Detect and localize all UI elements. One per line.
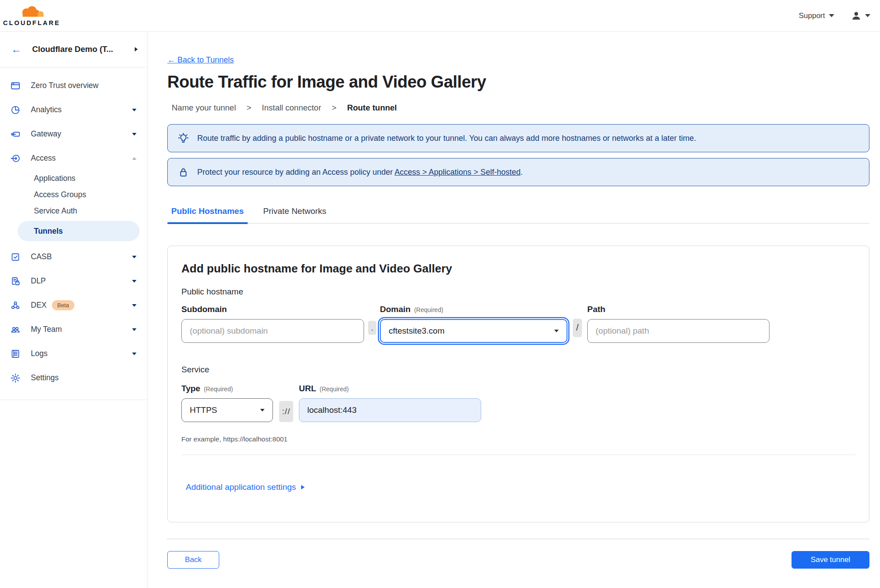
chevron-down-icon — [132, 280, 136, 283]
sidebar-divider — [0, 400, 147, 400]
required-hint: (Required) — [414, 306, 443, 313]
chevron-down-icon — [132, 304, 136, 307]
domain-select-value: cftestsite3.com — [389, 326, 445, 336]
pie-chart-icon — [10, 105, 21, 115]
lightbulb-icon — [177, 132, 189, 144]
domain-select[interactable]: cftestsite3.com — [380, 319, 567, 343]
sidebar-item-casb[interactable]: CASB — [0, 245, 147, 269]
step-name-your-tunnel[interactable]: Name your tunnel — [172, 103, 236, 113]
chevron-down-icon — [865, 14, 870, 17]
network-nodes-icon — [10, 300, 21, 311]
required-hint: (Required) — [204, 386, 233, 393]
chevron-down-icon — [132, 328, 136, 331]
card-heading: Add public hostname for Image and Video … — [181, 262, 855, 276]
back-arrow-icon[interactable]: ← — [11, 44, 22, 55]
gear-icon — [10, 373, 21, 383]
banner-text-before: Protect your resource by adding an Acces… — [197, 168, 394, 176]
box-check-icon — [10, 252, 21, 262]
save-tunnel-button[interactable]: Save tunnel — [792, 551, 869, 569]
chevron-down-icon — [260, 409, 265, 412]
chevron-down-icon — [132, 256, 136, 258]
footer-divider — [167, 538, 869, 540]
step-separator: > — [332, 103, 337, 113]
support-label: Support — [799, 11, 825, 20]
dot-separator: . — [368, 321, 376, 335]
path-label: Path — [587, 305, 605, 314]
user-menu[interactable] — [851, 11, 870, 21]
log-list-icon — [10, 349, 21, 359]
beta-badge: Beta — [52, 300, 74, 310]
type-label: Type — [181, 384, 200, 393]
gateway-icon — [10, 129, 21, 140]
tab-private-networks[interactable]: Private Networks — [263, 206, 327, 223]
banner-text: Route traffic by adding a public hostnam… — [197, 134, 696, 143]
sidebar-account-header: ← Cloudflare Demo (T... — [0, 32, 147, 67]
service-type-value: HTTPS — [190, 405, 217, 415]
service-url-input[interactable] — [299, 398, 481, 422]
url-label: URL — [299, 384, 316, 393]
service-field-row: Type (Required) HTTPS :// URL (Required) — [181, 382, 855, 422]
chevron-up-icon — [132, 157, 136, 160]
sidebar-item-settings[interactable]: Settings — [0, 366, 147, 390]
sidebar-item-gateway[interactable]: Gateway — [0, 122, 147, 146]
page-title: Route Traffic for Image and Video Galler… — [167, 73, 869, 92]
top-header: CLOUDFLARE Support — [0, 0, 880, 32]
banner-text-after: . — [520, 168, 523, 176]
back-button[interactable]: Back — [167, 551, 219, 569]
browser-window-icon — [10, 81, 21, 91]
hostname-field-row: Subdomain . Domain (Required) cftestsite… — [181, 305, 855, 343]
cloudflare-wordmark: CLOUDFLARE — [3, 19, 60, 26]
sidebar-item-service-auth[interactable]: Service Auth — [0, 203, 147, 219]
subdomain-input[interactable] — [181, 319, 364, 343]
sidebar-item-tunnels[interactable]: Tunnels — [18, 221, 140, 241]
chevron-down-icon — [829, 14, 834, 17]
step-separator: > — [247, 103, 251, 113]
access-applications-self-hosted-link[interactable]: Access > Applications > Self-hosted — [394, 168, 520, 176]
sidebar-item-my-team[interactable]: My Team — [0, 317, 147, 342]
sidebar-item-access-groups[interactable]: Access Groups — [0, 187, 147, 203]
add-hostname-card: Add public hostname for Image and Video … — [167, 246, 869, 522]
user-icon — [851, 11, 862, 21]
required-hint: (Required) — [320, 386, 349, 393]
breadcrumb-steps: Name your tunnel > Install connector > R… — [167, 103, 869, 113]
subdomain-label: Subdomain — [181, 305, 227, 314]
service-type-select[interactable]: HTTPS — [181, 398, 273, 422]
cloudflare-cloud-icon — [15, 5, 49, 20]
sidebar-item-zero-trust-overview[interactable]: Zero Trust overview — [0, 74, 147, 98]
chevron-down-icon — [132, 109, 136, 111]
chevron-down-icon — [554, 330, 559, 332]
slash-separator: / — [573, 319, 582, 337]
chevron-down-icon — [132, 353, 136, 355]
sidebar-item-logs[interactable]: Logs — [0, 342, 147, 366]
sidebar: ← Cloudflare Demo (T... Zero Trust overv… — [0, 32, 148, 588]
url-example-text: For example, https://localhost:8001 — [181, 435, 855, 443]
sidebar-item-dlp[interactable]: DLP — [0, 269, 147, 293]
chevron-right-icon[interactable] — [135, 47, 138, 51]
sidebar-nav: Zero Trust overview Analytics Gateway Ac… — [0, 67, 147, 390]
chevron-right-icon — [301, 485, 305, 489]
footer-actions: Back Save tunnel — [167, 551, 869, 569]
domain-label: Domain — [380, 305, 411, 314]
tab-public-hostnames[interactable]: Public Hostnames — [171, 206, 244, 223]
support-menu[interactable]: Support — [799, 11, 834, 20]
public-hostname-section-label: Public hostname — [181, 287, 855, 297]
service-section-label: Service — [181, 365, 855, 375]
path-input[interactable] — [587, 319, 770, 343]
sidebar-item-access[interactable]: Access — [0, 146, 147, 170]
access-icon — [10, 153, 21, 164]
info-banner-route-traffic: Route traffic by adding a public hostnam… — [167, 124, 869, 152]
sidebar-item-dex[interactable]: DEX Beta — [0, 293, 147, 317]
sidebar-item-applications[interactable]: Applications — [0, 170, 147, 187]
step-route-tunnel: Route tunnel — [347, 103, 397, 113]
main-content: ← Back to Tunnels Route Traffic for Imag… — [148, 32, 880, 588]
account-name: Cloudflare Demo (T... — [32, 44, 135, 54]
document-lock-icon — [10, 276, 21, 287]
tab-bar: Public Hostnames Private Networks — [167, 206, 869, 224]
cloudflare-logo: CLOUDFLARE — [7, 5, 56, 26]
back-to-tunnels-link[interactable]: ← Back to Tunnels — [167, 55, 234, 65]
sidebar-item-analytics[interactable]: Analytics — [0, 98, 147, 122]
scheme-separator: :// — [279, 401, 293, 422]
card-divider — [181, 455, 856, 455]
additional-application-settings-toggle[interactable]: Additional application settings — [186, 482, 305, 492]
step-install-connector[interactable]: Install connector — [262, 103, 321, 113]
